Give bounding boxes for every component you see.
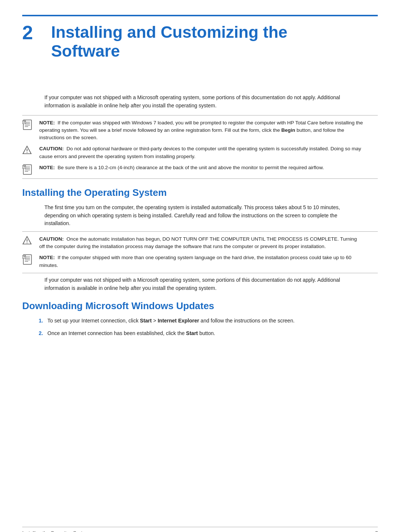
footer-page-number: 7 [375, 530, 378, 532]
caution-label-2: CAUTION: [39, 236, 67, 242]
footer-label: Installing the Operating System [22, 530, 89, 532]
chapter-heading: 2 Installing and Customizing the Softwar… [0, 16, 400, 64]
section1-heading: Installing the Operating System [22, 187, 378, 198]
chapter-number: 2 [22, 23, 44, 42]
caution-icon-svg-1 [22, 145, 32, 155]
list-item-2: Once an Internet connection has been est… [44, 329, 363, 338]
chapter-title: Installing and Customizing the Software [51, 23, 287, 60]
caution-label-1: CAUTION: [39, 146, 67, 151]
caution-icon-svg-2 [22, 236, 32, 245]
step1-bold-ie: Internet Explorer [158, 318, 199, 324]
divider-4 [22, 273, 378, 273]
note-icon-svg-3 [22, 254, 33, 265]
page-footer: Installing the Operating System 7 [22, 527, 378, 532]
note-label-2: NOTE: [39, 165, 58, 170]
chapter-title-line1: Installing and Customizing the [51, 23, 287, 42]
caution-block-2: CAUTION: Once the automatic installation… [22, 235, 378, 251]
caution-icon-1 [22, 145, 36, 155]
caution-text-1: CAUTION: Do not add optional hardware or… [39, 145, 363, 160]
step1-bold-start: Start [140, 318, 152, 324]
page: 2 Installing and Customizing the Softwar… [0, 15, 400, 532]
chapter-title-line2: Software [51, 42, 287, 61]
note-block-3: NOTE: If the computer shipped with more … [22, 254, 378, 269]
note-icon-2 [22, 164, 36, 175]
list-item-1: To set up your Internet connection, clic… [44, 317, 363, 325]
svg-point-17 [27, 242, 27, 243]
divider-1 [22, 115, 378, 116]
note-text-2: NOTE: Be sure there is a 10.2-cm (4-inch… [39, 164, 324, 171]
svg-point-8 [27, 152, 27, 153]
section1-para2: If your computer was not shipped with a … [22, 276, 378, 292]
note-text-3: NOTE: If the computer shipped with more … [39, 254, 363, 269]
step2-bold-start: Start [186, 330, 198, 336]
note-icon-1 [22, 119, 36, 130]
note-icon-svg-2 [22, 164, 33, 175]
note1-bold-begin: Begin [281, 127, 296, 133]
note-icon-3 [22, 254, 36, 265]
section2-heading: Downloading Microsoft Windows Updates [22, 300, 378, 312]
note-icon-svg-1 [22, 120, 33, 130]
section1-para1: The first time you turn on the computer,… [22, 204, 378, 228]
caution-block-1: CAUTION: Do not add optional hardware or… [22, 145, 378, 160]
note-block-1: NOTE: If the computer was shipped with W… [22, 119, 378, 142]
intro-paragraph: If your computer was not shipped with a … [22, 94, 378, 110]
note-text-1: NOTE: If the computer was shipped with W… [39, 119, 363, 142]
caution-icon-2 [22, 235, 36, 245]
note-label-1: NOTE: [39, 120, 58, 126]
note-label-3: NOTE: [39, 255, 58, 260]
caution-text-2: CAUTION: Once the automatic installation… [39, 235, 363, 251]
divider-2 [22, 178, 378, 179]
divider-3 [22, 231, 378, 232]
content-area: If your computer was not shipped with a … [0, 94, 400, 337]
note-block-2: NOTE: Be sure there is a 10.2-cm (4-inch… [22, 164, 378, 175]
steps-list: To set up your Internet connection, clic… [22, 317, 378, 337]
